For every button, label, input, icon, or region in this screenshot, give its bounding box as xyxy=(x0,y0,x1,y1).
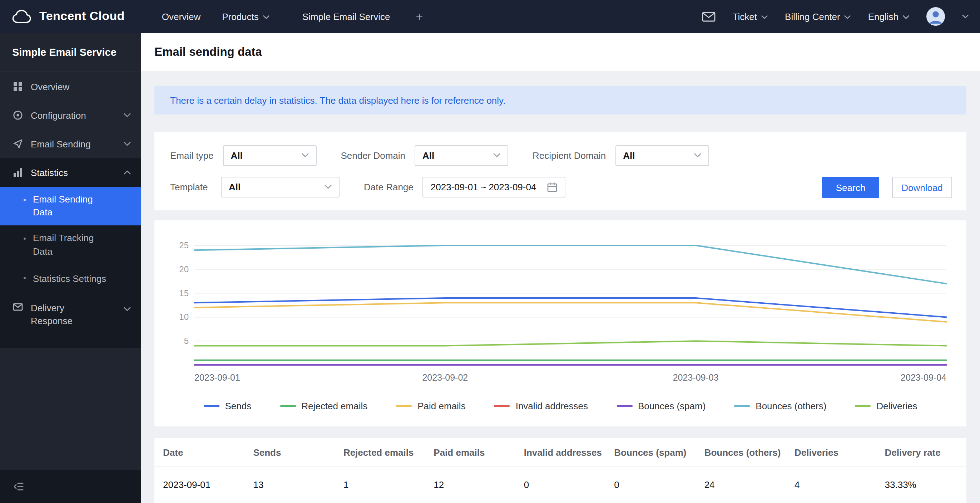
info-banner-text: There is a certain delay in statistics. … xyxy=(170,95,505,105)
nav-billing-label: Billing Center xyxy=(785,11,840,22)
recipient-domain-value: All xyxy=(623,150,635,161)
legend-label: Sends xyxy=(225,401,251,411)
sidebar-item-overview[interactable]: Overview xyxy=(0,72,141,101)
col-header: Date xyxy=(154,447,245,458)
nav-language-label: English xyxy=(868,11,899,22)
sidebar-subitem-email-tracking-data[interactable]: Email Tracking Data xyxy=(0,226,141,265)
svg-text:5: 5 xyxy=(184,336,189,346)
template-value: All xyxy=(229,181,240,192)
template-select[interactable]: All xyxy=(221,176,339,197)
nav-language[interactable]: English xyxy=(868,11,909,22)
legend-swatch-icon xyxy=(280,405,296,407)
nav-overview[interactable]: Overview xyxy=(162,11,200,22)
col-header: Invalid addresses xyxy=(515,447,605,458)
legend-swatch-icon xyxy=(617,405,632,407)
sender-domain-select[interactable]: All xyxy=(415,145,508,166)
compass-icon xyxy=(13,110,23,120)
nav-tab-simple-email-service[interactable]: Simple Email Service xyxy=(302,11,390,22)
line-chart[interactable]: 5101520252023-09-012023-09-022023-09-032… xyxy=(169,236,952,392)
chevron-down-icon xyxy=(124,307,131,311)
cell-date: 2023-09-01 xyxy=(154,479,245,490)
cell-bounces-others: 24 xyxy=(696,479,786,490)
caret-down-icon[interactable] xyxy=(962,14,969,19)
bullet-icon xyxy=(24,238,26,240)
legend-label: Bounces (others) xyxy=(756,401,826,411)
svg-text:15: 15 xyxy=(179,288,189,298)
sidebar-subitem-statistics-settings[interactable]: Statistics Settings xyxy=(0,265,141,293)
filter-sender-domain: Sender Domain All xyxy=(340,145,508,166)
sidebar-item-label: Delivery Response xyxy=(31,302,97,328)
sidebar-footer xyxy=(0,470,141,503)
filter-actions: Search Download xyxy=(822,177,952,198)
legend-item[interactable]: Sends xyxy=(204,401,251,411)
sidebar-item-delivery-response[interactable]: Delivery Response xyxy=(0,293,141,348)
nav-products[interactable]: Products xyxy=(222,11,269,22)
col-header: Sends xyxy=(245,447,334,458)
sidebar-item-configuration[interactable]: Configuration xyxy=(0,101,141,129)
nav-billing-center[interactable]: Billing Center xyxy=(785,11,851,22)
chart-panel: 5101520252023-09-012023-09-022023-09-032… xyxy=(154,220,966,426)
legend-swatch-icon xyxy=(734,405,750,407)
legend-item[interactable]: Deliveries xyxy=(855,401,917,411)
svg-text:2023-09-01: 2023-09-01 xyxy=(194,372,240,382)
sidebar-item-label: Configuration xyxy=(31,110,86,121)
sidebar: Simple Email Service Overview Configurat… xyxy=(0,33,141,503)
legend-item[interactable]: Bounces (others) xyxy=(734,401,826,411)
filter-row-1: Email type All Sender Domain All xyxy=(170,145,951,166)
sidebar-subitem-email-sending-data[interactable]: Email Sending Data xyxy=(0,187,141,226)
template-label: Template xyxy=(170,181,212,192)
content-area: There is a certain delay in statistics. … xyxy=(141,71,980,503)
bullet-icon xyxy=(24,277,26,279)
cell-bounces-spam: 0 xyxy=(605,479,695,490)
caret-down-icon xyxy=(294,153,309,157)
user-avatar[interactable] xyxy=(926,7,945,26)
col-header: Paid emails xyxy=(425,447,515,458)
legend-item[interactable]: Invalid addresses xyxy=(494,401,588,411)
brand-home-link[interactable]: Tencent Cloud xyxy=(0,9,125,24)
svg-text:2023-09-03: 2023-09-03 xyxy=(673,372,719,382)
calendar-icon xyxy=(547,181,558,192)
primary-nav: Overview Products Simple Email Service + xyxy=(162,10,423,22)
top-navbar: Tencent Cloud Overview Products Simple E… xyxy=(0,0,980,33)
sidebar-item-email-sending[interactable]: Email Sending xyxy=(0,129,141,158)
cell-deliveries: 4 xyxy=(786,479,876,490)
svg-text:20: 20 xyxy=(179,264,189,274)
cell-sends: 13 xyxy=(245,479,334,490)
chevron-up-icon xyxy=(124,170,131,174)
sidebar-group-statistics: Statistics Email Sending Data Email Trac… xyxy=(0,158,141,348)
tencent-cloud-logo-icon xyxy=(11,9,33,24)
date-range-value: 2023-09-01 ~ 2023-09-04 xyxy=(431,181,536,192)
col-header: Delivery rate xyxy=(877,447,966,458)
email-type-value: All xyxy=(231,150,242,161)
sidebar-item-label: Email Sending xyxy=(31,139,91,149)
grid-icon xyxy=(13,81,23,92)
caret-down-icon xyxy=(317,185,332,189)
sender-domain-label: Sender Domain xyxy=(340,150,405,161)
date-range-input[interactable]: 2023-09-01 ~ 2023-09-04 xyxy=(423,176,566,197)
caret-down-icon xyxy=(845,15,851,19)
nav-ticket[interactable]: Ticket xyxy=(733,11,768,22)
sidebar-item-statistics[interactable]: Statistics xyxy=(0,158,141,187)
filter-email-type: Email type All xyxy=(170,145,316,166)
col-header: Deliveries xyxy=(786,447,876,458)
search-button[interactable]: Search xyxy=(822,177,879,198)
email-type-select[interactable]: All xyxy=(223,145,316,166)
page-title: Email sending data xyxy=(154,45,262,59)
messages-icon[interactable] xyxy=(702,11,716,22)
download-button[interactable]: Download xyxy=(892,177,952,198)
legend-swatch-icon xyxy=(204,405,220,407)
table-header-row: Date Sends Rejected emails Paid emails I… xyxy=(154,438,966,467)
legend-item[interactable]: Rejected emails xyxy=(280,401,368,411)
bullet-icon xyxy=(24,199,26,201)
utility-nav: Ticket Billing Center English xyxy=(702,7,980,26)
sidebar-subitem-label: Statistics Settings xyxy=(33,272,106,285)
recipient-domain-select[interactable]: All xyxy=(615,145,709,166)
sidebar-title: Simple Email Service xyxy=(0,33,141,72)
send-icon xyxy=(13,139,23,149)
collapse-sidebar-icon[interactable] xyxy=(13,482,24,492)
sidebar-subitem-label: Email Sending Data xyxy=(33,193,104,219)
legend-item[interactable]: Paid emails xyxy=(396,401,465,411)
add-tab-button[interactable]: + xyxy=(416,10,423,22)
legend-item[interactable]: Bounces (spam) xyxy=(617,401,705,411)
col-header: Rejected emails xyxy=(335,447,425,458)
